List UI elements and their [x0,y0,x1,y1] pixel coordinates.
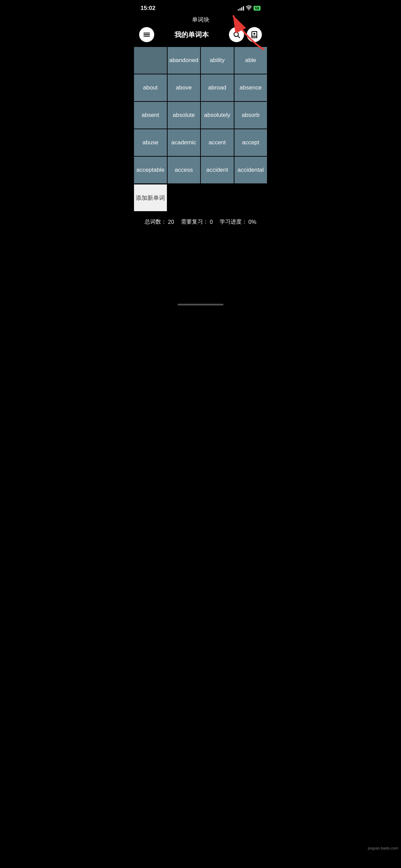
word-cell[interactable]: acceptable [134,156,167,184]
status-icons: 59 [238,5,260,11]
home-indicator [178,304,223,305]
word-cell[interactable]: access [167,156,201,184]
word-cell[interactable]: absolute [167,101,201,129]
total-value: 20 [168,219,174,225]
total-label: 总词数： [145,218,167,226]
word-grid: abandoned ability able about above abroa… [134,46,267,184]
word-cell[interactable]: accept [234,129,268,156]
review-value: 0 [210,219,213,225]
word-cell[interactable]: absent [134,101,167,129]
word-cell[interactable]: abandoned [167,47,201,74]
word-cell-about[interactable]: about [134,74,167,101]
word-cell[interactable]: absorb [234,101,268,129]
word-cell-empty[interactable] [134,47,167,74]
word-cell[interactable]: absolutely [200,101,234,129]
total-words-stat: 总词数： 20 [145,218,174,226]
progress-stat: 学习进度： 0% [220,218,256,226]
review-label: 需要复习： [181,218,208,226]
progress-value: 0% [248,219,256,225]
svg-line-4 [238,36,240,38]
header: 我的单词本 [134,24,267,46]
word-cell[interactable]: accidental [234,156,268,184]
word-cell[interactable]: absence [234,74,268,101]
book-button[interactable] [247,27,262,42]
signal-icon [238,6,244,11]
progress-label: 学习进度： [220,218,247,226]
word-cell[interactable]: accent [200,129,234,156]
word-cell[interactable]: abroad [200,74,234,101]
word-cell[interactable]: accident [200,156,234,184]
battery-indicator: 59 [254,6,260,11]
app-title: 单词块 [134,14,267,24]
word-cell[interactable]: ability [200,47,234,74]
word-cell[interactable]: academic [167,129,201,156]
wifi-icon [246,5,252,11]
menu-button[interactable] [139,27,154,42]
search-button[interactable] [229,27,244,42]
add-word-button[interactable]: 添加新单词 [134,184,167,212]
review-stat: 需要复习： 0 [181,218,213,226]
page-title: 我的单词本 [154,30,229,39]
word-cell[interactable]: abuse [134,129,167,156]
status-time: 15:02 [141,5,155,12]
stats-bar: 总词数： 20 需要复习： 0 学习进度： 0% [134,212,267,232]
status-bar: 15:02 59 [134,0,267,14]
word-cell[interactable]: above [167,74,201,101]
word-cell[interactable]: able [234,47,268,74]
add-word-label: 添加新单词 [136,194,165,202]
